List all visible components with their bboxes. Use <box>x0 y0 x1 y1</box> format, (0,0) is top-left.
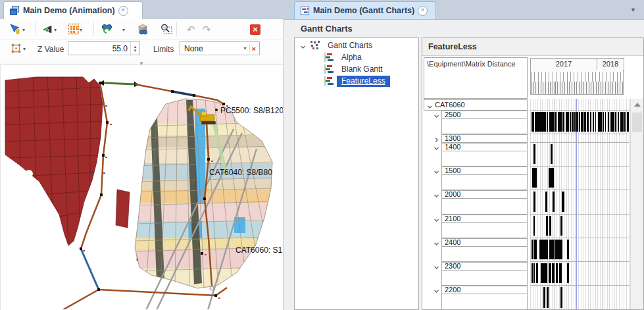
chevron-down-icon[interactable] <box>433 240 439 249</box>
gantt-bar[interactable] <box>551 144 553 164</box>
limits-combobox[interactable]: None ▾ × <box>180 41 260 55</box>
gantt-bar[interactable] <box>541 263 547 283</box>
tree-item-alpha[interactable]: Alpha <box>295 51 418 63</box>
zoom-selection-button[interactable] <box>160 22 173 36</box>
gantt-bar[interactable] <box>549 240 555 259</box>
gantt-bar[interactable] <box>567 240 569 259</box>
gantt-row-2300[interactable]: 2300 <box>424 262 528 286</box>
gantt-bar[interactable] <box>562 112 564 132</box>
scrollbar-up-icon[interactable] <box>634 103 641 107</box>
gantt-bar[interactable] <box>562 192 564 212</box>
gantt-bar[interactable] <box>555 112 557 132</box>
gantt-row-1300[interactable]: 1300 <box>424 134 528 143</box>
gantt-row-2000[interactable]: 2000 <box>424 190 528 215</box>
tree-root-gantt-charts[interactable]: Gantt Charts <box>295 39 418 51</box>
gantt-bar[interactable] <box>533 263 535 283</box>
gantt-bar[interactable] <box>559 263 562 283</box>
gantt-row-2500[interactable]: 2500 <box>424 111 528 134</box>
gantt-bar[interactable] <box>533 216 535 236</box>
gantt-bar[interactable] <box>549 112 555 132</box>
gantt-bar[interactable] <box>620 112 624 132</box>
limits-dropdown-icon[interactable]: ▾ <box>241 45 249 51</box>
find-refresh-button[interactable] <box>100 22 113 36</box>
animation-3d-viewport[interactable]: PC5500: S8/B120 CAT6040: S8/B80 CAT6060:… <box>0 65 284 310</box>
gantt-bar[interactable] <box>535 112 546 132</box>
gantt-bar[interactable] <box>605 112 606 132</box>
z-value-input[interactable]: 55.0 ▲▼ <box>68 41 140 55</box>
toolbar-collapse-strip[interactable]: ▼ <box>0 58 284 65</box>
gantt-column-header[interactable]: \Equipment\Matrix Distance <box>424 57 528 99</box>
gantt-bar[interactable] <box>579 112 580 132</box>
gantt-bar[interactable] <box>583 112 586 132</box>
gantt-row-2400[interactable]: 2400 <box>424 238 528 262</box>
tab-animation[interactable]: Main Demo (Animation) × <box>3 1 143 19</box>
chevron-down-icon[interactable] <box>433 216 439 225</box>
gantt-bar[interactable] <box>576 112 578 132</box>
chevron-down-icon[interactable] <box>433 287 439 296</box>
gantt-bar[interactable] <box>549 168 554 188</box>
chevron-down-icon[interactable] <box>433 263 439 272</box>
gantt-bar[interactable] <box>574 112 576 132</box>
gantt-bar[interactable] <box>624 112 626 132</box>
gantt-row-2100[interactable]: 2100 <box>424 215 528 238</box>
gantt-bar[interactable] <box>539 240 548 259</box>
gantt-bar[interactable] <box>532 263 533 283</box>
gantt-bar[interactable] <box>545 192 547 212</box>
gantt-bar[interactable] <box>543 287 545 308</box>
gantt-bar[interactable] <box>595 112 596 132</box>
gantt-bar[interactable] <box>627 112 629 132</box>
gantt-row-1400[interactable]: 1400 <box>424 143 528 167</box>
select-tool-dropdown-icon[interactable]: ▾ <box>22 27 25 33</box>
find-refresh-dropdown-icon[interactable]: ▾ <box>122 27 125 33</box>
chevron-down-icon[interactable] <box>433 144 439 153</box>
gantt-bar[interactable] <box>533 192 535 212</box>
tab-gantt-close-icon[interactable]: × <box>418 6 428 16</box>
gantt-bar[interactable] <box>547 287 549 308</box>
tab-animation-close-icon[interactable]: × <box>118 6 128 16</box>
gantt-bar[interactable] <box>536 263 538 283</box>
gantt-bar[interactable] <box>603 112 604 132</box>
gantt-row-1500[interactable]: 1500 <box>424 167 528 190</box>
select-tool-button[interactable] <box>8 22 21 36</box>
chevron-down-icon[interactable] <box>433 168 439 177</box>
gantt-row-label[interactable]: 1300 <box>441 134 528 143</box>
gantt-bar[interactable] <box>566 112 569 132</box>
gantt-bar[interactable] <box>560 216 562 236</box>
view-cone-button[interactable] <box>41 22 54 36</box>
gantt-group-row-cat6060[interactable]: CAT6060 <box>424 99 528 111</box>
gantt-bar[interactable] <box>553 192 555 212</box>
gantt-bar[interactable] <box>558 112 562 132</box>
gantt-bar[interactable] <box>549 216 551 236</box>
gantt-bar[interactable] <box>549 263 551 283</box>
gantt-bar[interactable] <box>556 263 558 283</box>
gantt-bar[interactable] <box>615 112 616 132</box>
limits-clear-icon[interactable]: × <box>249 45 259 53</box>
year-header-2017[interactable]: 2017 <box>530 58 597 70</box>
gantt-bar[interactable] <box>572 112 574 132</box>
year-header-2018[interactable]: 2018 <box>597 58 624 70</box>
gantt-bar[interactable] <box>552 263 555 283</box>
gantt-bar[interactable] <box>598 112 602 132</box>
view-cone-dropdown-icon[interactable]: ▾ <box>54 27 57 33</box>
gantt-bar[interactable] <box>534 240 537 259</box>
gantt-row-2200[interactable]: 2200 <box>424 286 528 310</box>
chevron-down-icon[interactable] <box>433 192 439 201</box>
gantt-bar[interactable] <box>555 240 562 259</box>
tab-overflow-icon[interactable]: ▼ <box>630 7 636 13</box>
redo-button[interactable]: ↷ <box>200 22 213 36</box>
chevron-down-icon[interactable] <box>300 43 306 52</box>
gantt-bar[interactable] <box>593 112 594 132</box>
chevron-down-icon[interactable] <box>433 112 439 121</box>
close-view-button[interactable]: × <box>249 23 262 36</box>
tree-item-blank-gantt[interactable]: Blank Gantt <box>295 63 418 75</box>
gantt-bar[interactable] <box>560 287 562 308</box>
gantt-bar[interactable] <box>587 112 589 132</box>
gantt-bar[interactable] <box>581 112 583 132</box>
gantt-bar[interactable] <box>547 112 548 132</box>
gantt-bar[interactable] <box>533 144 535 164</box>
gantt-bar[interactable] <box>532 240 533 259</box>
gantt-bar[interactable] <box>608 112 609 132</box>
grid-display-button[interactable] <box>67 22 80 36</box>
find-solid-button[interactable] <box>136 22 149 36</box>
gantt-bar[interactable] <box>610 112 614 132</box>
